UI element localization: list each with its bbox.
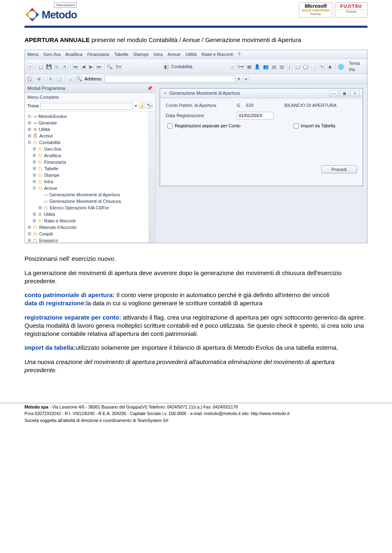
tree-node[interactable]: ▭Generazione Movimenti di Chiusura bbox=[27, 198, 154, 204]
address-label: Address: bbox=[85, 76, 102, 82]
chk-separate-box[interactable] bbox=[167, 123, 173, 129]
tool-icon[interactable]: ▦ bbox=[246, 63, 252, 69]
export-icon[interactable]: ⤴ bbox=[287, 63, 292, 69]
filter-icon[interactable]: ⚲▾ bbox=[116, 63, 122, 69]
tree-node[interactable]: ⊞🗀Finanziaria bbox=[27, 159, 154, 165]
tree-node[interactable]: ⊞🗀Ratei e Risconti bbox=[27, 218, 154, 224]
toolbar[interactable]: ✧ ▢ 💾 ⎘ ✕ ⏮ ◀ ▶ ⏭ 🔍 ⚲▾ ◧ Contabilità ⌂ ⟳… bbox=[25, 59, 367, 74]
para-1: Posizionarsi nell' esercizio nuovo. bbox=[24, 255, 368, 263]
home-icon[interactable]: ⌂ bbox=[230, 63, 235, 69]
svg-marker-2 bbox=[25, 11, 30, 19]
search-go-icon[interactable]: ⚡ bbox=[139, 103, 145, 109]
tree-node[interactable]: ⊞🗀Stampe bbox=[27, 172, 154, 178]
sidebar-header: Moduli Programma 📌 bbox=[25, 84, 155, 93]
theme-label[interactable]: Tema Vis bbox=[349, 60, 365, 73]
menu-item[interactable]: Analitica bbox=[65, 51, 82, 58]
pin-icon[interactable]: 📌 bbox=[147, 85, 153, 91]
stop-icon[interactable]: ⃠ bbox=[27, 76, 33, 82]
address-input[interactable] bbox=[105, 76, 235, 82]
date-input[interactable] bbox=[237, 112, 274, 120]
tree-node[interactable]: ⊞🗀Ritenute d'Acconto bbox=[27, 224, 154, 231]
search-icon[interactable]: 🔍 bbox=[107, 63, 113, 69]
find-icon[interactable]: 🔍 bbox=[76, 76, 82, 82]
chk-import-box[interactable] bbox=[294, 123, 299, 129]
tree-node[interactable]: ⊟🗀Contabilità bbox=[27, 139, 154, 146]
save-as-icon[interactable]: ⎘ bbox=[54, 63, 60, 69]
min-button[interactable]: — bbox=[329, 90, 338, 96]
user-icon[interactable]: 👤 bbox=[254, 63, 260, 69]
partner-badges: Microsoft GOLD CERTIFIED Partner FUJITSU… bbox=[299, 2, 368, 18]
menu-item[interactable]: Gen./Iva bbox=[44, 51, 61, 58]
tree-node[interactable]: ⊞↝Generale bbox=[27, 120, 154, 126]
menu-item[interactable]: Intra bbox=[154, 51, 163, 58]
last-icon[interactable]: ⏭ bbox=[96, 63, 102, 69]
tree-node[interactable]: ⊞🗀Analitica bbox=[27, 152, 154, 159]
para-4: registrazione separate per conto: attiva… bbox=[24, 313, 368, 338]
tree-node[interactable]: ⊞🗀Tabelle bbox=[27, 165, 154, 172]
open-icon[interactable]: ▢ bbox=[38, 63, 43, 69]
fwd-icon[interactable]: ▢ bbox=[56, 76, 62, 82]
menu-item[interactable]: ? bbox=[238, 51, 241, 58]
tree-node[interactable]: ⊞⚙Utilità bbox=[27, 211, 154, 218]
save-icon[interactable]: 💾 bbox=[46, 63, 52, 69]
page-icon[interactable]: ▢ bbox=[295, 63, 300, 69]
module-icon[interactable]: ◧ bbox=[163, 63, 169, 69]
chk-separate[interactable]: Registrazioni separate per Conto bbox=[167, 123, 241, 129]
menu-item[interactable]: Menù bbox=[27, 51, 39, 58]
chk-import[interactable]: Import da Tabella bbox=[294, 123, 335, 129]
field1-desc: BILANCIO DI APERTURA bbox=[285, 102, 337, 109]
metodo-icon bbox=[24, 7, 40, 22]
tree-node[interactable]: ▭Generazione Movimenti di Apertura bbox=[27, 191, 154, 198]
home2-icon[interactable]: ⌂ bbox=[67, 76, 74, 82]
refresh-icon[interactable]: ⟳▾ bbox=[238, 63, 244, 69]
tree-node[interactable]: ⊟↝MetodoEvolus bbox=[27, 113, 154, 120]
close-button[interactable]: ✕ bbox=[350, 90, 359, 96]
prev-icon[interactable]: ◀ bbox=[81, 63, 86, 69]
go-icon[interactable]: ⊕ bbox=[36, 76, 42, 82]
search-binoc-icon[interactable]: 🔭 bbox=[147, 103, 153, 109]
nav-tree[interactable]: ⊟↝MetodoEvolus⊞↝Generale⊞⚙Utilità⊞🗄Archi… bbox=[25, 111, 155, 243]
window-titlebar[interactable]: ✦ Generazione Movimenti di Apertura — ▣ … bbox=[160, 89, 363, 98]
doc-footer: Metodo spa - Via Lavarone 4/6 - 36061 Ba… bbox=[0, 403, 392, 423]
delete-icon[interactable]: ✕ bbox=[62, 63, 67, 69]
menu-item[interactable]: Utilità bbox=[185, 51, 197, 58]
menubar[interactable]: MenùGen./IvaAnaliticaFinanziariaTabelleS… bbox=[25, 50, 367, 59]
doc-header: TeamSystem Metodo Microsoft GOLD CERTIFI… bbox=[0, 0, 392, 24]
para-3: conto patrimoniale di apertura: Il conto… bbox=[24, 291, 368, 308]
doc1-icon[interactable]: ▤ bbox=[271, 63, 276, 69]
sidebar-search-input[interactable] bbox=[40, 103, 133, 110]
users-icon[interactable]: 👥 bbox=[263, 63, 269, 69]
menu-item[interactable]: Ratei e Risconti bbox=[202, 51, 233, 58]
go2-icon[interactable]: ➜ bbox=[243, 76, 249, 82]
back-icon[interactable]: ✕ bbox=[47, 76, 53, 82]
edit-icon[interactable]: ✎ bbox=[319, 63, 325, 69]
menu-item[interactable]: Tabelle bbox=[114, 51, 129, 58]
menu-item[interactable]: Stampe bbox=[133, 51, 149, 58]
para-2: La generazione dei movimenti di apertura… bbox=[24, 269, 368, 286]
next-icon[interactable]: ▶ bbox=[89, 63, 94, 69]
field1-value: 629 bbox=[246, 102, 263, 109]
tree-node[interactable]: ⊞🗀Intra bbox=[27, 178, 154, 185]
person-icon[interactable]: ♟ bbox=[327, 63, 332, 69]
tree-node[interactable]: ⊞⚙Utilità bbox=[27, 126, 154, 133]
proceed-button[interactable]: Procedi bbox=[321, 165, 357, 173]
svg-marker-3 bbox=[35, 11, 39, 19]
help-icon[interactable]: ❔ bbox=[311, 63, 317, 69]
first-icon[interactable]: ⏮ bbox=[73, 63, 78, 69]
globe-icon[interactable]: 🌐 bbox=[338, 63, 344, 69]
tree-node[interactable]: ⊞🗀Elenco Operazioni IVA Cli/For bbox=[27, 204, 154, 211]
tree-node[interactable]: ⊞🗄Archivi bbox=[27, 133, 154, 139]
toolbar-module-label: Contabilità bbox=[171, 64, 192, 70]
tree-node[interactable]: ⊟🗀Annue bbox=[27, 185, 154, 191]
circle-icon[interactable]: ◯ bbox=[303, 63, 308, 69]
doc2-icon[interactable]: ▥ bbox=[279, 63, 285, 69]
tree-node[interactable]: ⊞🗀Gen./Iva bbox=[27, 146, 154, 152]
child-window: ✦ Generazione Movimenti di Apertura — ▣ … bbox=[160, 88, 363, 187]
menu-item[interactable]: Annue bbox=[167, 51, 180, 58]
max-button[interactable]: ▣ bbox=[340, 90, 349, 96]
tree-node[interactable]: ⊞🗀Enasarco bbox=[27, 237, 154, 243]
new-icon[interactable]: ✧ bbox=[27, 63, 33, 69]
menu-item[interactable]: Finanziaria bbox=[87, 51, 109, 58]
tree-node[interactable]: ⊞🗀Cespiti bbox=[27, 231, 154, 237]
sidebar-search: Trova ▾ ⚡ 🔭 bbox=[25, 102, 155, 111]
